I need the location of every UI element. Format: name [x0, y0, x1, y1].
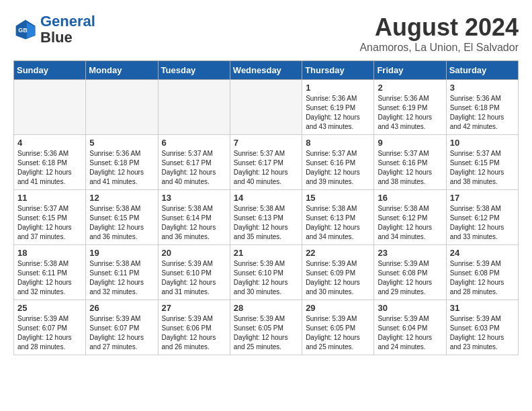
- logo-text: General Blue: [40, 13, 95, 46]
- day-number: 29: [306, 303, 370, 313]
- day-number: 13: [162, 193, 226, 203]
- day-number: 1: [306, 83, 370, 93]
- calendar-cell: 26Sunrise: 5:39 AM Sunset: 6:07 PM Dayli…: [86, 300, 158, 355]
- calendar-cell: 27Sunrise: 5:39 AM Sunset: 6:06 PM Dayli…: [158, 300, 230, 355]
- day-info: Sunrise: 5:38 AM Sunset: 6:13 PM Dayligh…: [306, 204, 370, 242]
- day-number: 7: [234, 138, 298, 148]
- day-info: Sunrise: 5:36 AM Sunset: 6:18 PM Dayligh…: [89, 149, 154, 187]
- day-info: Sunrise: 5:39 AM Sunset: 6:05 PM Dayligh…: [306, 314, 370, 352]
- calendar-cell: 16Sunrise: 5:38 AM Sunset: 6:12 PM Dayli…: [374, 190, 446, 245]
- day-number: 26: [89, 303, 154, 313]
- day-number: 6: [162, 138, 226, 148]
- calendar-cell: [14, 80, 86, 135]
- day-info: Sunrise: 5:39 AM Sunset: 6:07 PM Dayligh…: [89, 314, 154, 352]
- calendar-cell: 28Sunrise: 5:39 AM Sunset: 6:05 PM Dayli…: [230, 300, 302, 355]
- calendar-cell: 9Sunrise: 5:37 AM Sunset: 6:16 PM Daylig…: [374, 135, 446, 190]
- day-number: 2: [378, 83, 442, 93]
- day-number: 18: [17, 248, 82, 258]
- calendar-cell: 1Sunrise: 5:36 AM Sunset: 6:19 PM Daylig…: [302, 80, 374, 135]
- day-info: Sunrise: 5:39 AM Sunset: 6:07 PM Dayligh…: [17, 314, 82, 352]
- calendar-cell: 29Sunrise: 5:39 AM Sunset: 6:05 PM Dayli…: [302, 300, 374, 355]
- calendar-cell: 23Sunrise: 5:39 AM Sunset: 6:08 PM Dayli…: [374, 245, 446, 300]
- day-info: Sunrise: 5:37 AM Sunset: 6:16 PM Dayligh…: [306, 149, 370, 187]
- calendar-header: SundayMondayTuesdayWednesdayThursdayFrid…: [14, 61, 519, 80]
- day-info: Sunrise: 5:36 AM Sunset: 6:19 PM Dayligh…: [378, 94, 442, 132]
- calendar-cell: 20Sunrise: 5:39 AM Sunset: 6:10 PM Dayli…: [158, 245, 230, 300]
- day-info: Sunrise: 5:39 AM Sunset: 6:10 PM Dayligh…: [234, 259, 298, 297]
- day-info: Sunrise: 5:38 AM Sunset: 6:11 PM Dayligh…: [89, 259, 154, 297]
- calendar-cell: 31Sunrise: 5:39 AM Sunset: 6:03 PM Dayli…: [446, 300, 518, 355]
- day-number: 11: [17, 193, 82, 203]
- day-number: 25: [17, 303, 82, 313]
- day-number: 27: [162, 303, 226, 313]
- calendar-cell: 10Sunrise: 5:37 AM Sunset: 6:15 PM Dayli…: [446, 135, 518, 190]
- calendar-cell: 15Sunrise: 5:38 AM Sunset: 6:13 PM Dayli…: [302, 190, 374, 245]
- calendar-cell: 17Sunrise: 5:38 AM Sunset: 6:12 PM Dayli…: [446, 190, 518, 245]
- day-header-friday: Friday: [374, 61, 446, 80]
- calendar-cell: 22Sunrise: 5:39 AM Sunset: 6:09 PM Dayli…: [302, 245, 374, 300]
- calendar-cell: 11Sunrise: 5:37 AM Sunset: 6:15 PM Dayli…: [14, 190, 86, 245]
- title-block: August 2024 Anamoros, La Union, El Salva…: [359, 13, 519, 54]
- day-number: 9: [378, 138, 442, 148]
- calendar-cell: 25Sunrise: 5:39 AM Sunset: 6:07 PM Dayli…: [14, 300, 86, 355]
- day-number: 15: [306, 193, 370, 203]
- day-header-wednesday: Wednesday: [230, 61, 302, 80]
- day-number: 3: [450, 83, 515, 93]
- calendar-cell: 30Sunrise: 5:39 AM Sunset: 6:04 PM Dayli…: [374, 300, 446, 355]
- day-info: Sunrise: 5:39 AM Sunset: 6:05 PM Dayligh…: [234, 314, 298, 352]
- day-number: 24: [450, 248, 515, 258]
- day-info: Sunrise: 5:36 AM Sunset: 6:19 PM Dayligh…: [306, 94, 370, 132]
- calendar-cell: 19Sunrise: 5:38 AM Sunset: 6:11 PM Dayli…: [86, 245, 158, 300]
- calendar-body: 1Sunrise: 5:36 AM Sunset: 6:19 PM Daylig…: [14, 80, 519, 355]
- day-info: Sunrise: 5:37 AM Sunset: 6:16 PM Dayligh…: [378, 149, 442, 187]
- day-info: Sunrise: 5:37 AM Sunset: 6:17 PM Dayligh…: [162, 149, 226, 187]
- day-number: 4: [17, 138, 82, 148]
- page-header: GB General Blue August 2024 Anamoros, La…: [13, 13, 519, 54]
- day-header-sunday: Sunday: [14, 61, 86, 80]
- location: Anamoros, La Union, El Salvador: [359, 42, 519, 54]
- day-number: 10: [450, 138, 515, 148]
- day-number: 31: [450, 303, 515, 313]
- calendar-cell: 12Sunrise: 5:38 AM Sunset: 6:15 PM Dayli…: [86, 190, 158, 245]
- week-row-1: 1Sunrise: 5:36 AM Sunset: 6:19 PM Daylig…: [14, 80, 519, 135]
- day-number: 5: [89, 138, 154, 148]
- logo-icon: GB: [13, 17, 38, 42]
- calendar-cell: 4Sunrise: 5:36 AM Sunset: 6:18 PM Daylig…: [14, 135, 86, 190]
- day-info: Sunrise: 5:38 AM Sunset: 6:11 PM Dayligh…: [17, 259, 82, 297]
- week-row-2: 4Sunrise: 5:36 AM Sunset: 6:18 PM Daylig…: [14, 135, 519, 190]
- day-info: Sunrise: 5:39 AM Sunset: 6:03 PM Dayligh…: [450, 314, 515, 352]
- calendar-cell: [158, 80, 230, 135]
- day-info: Sunrise: 5:38 AM Sunset: 6:15 PM Dayligh…: [89, 204, 154, 242]
- calendar-cell: 2Sunrise: 5:36 AM Sunset: 6:19 PM Daylig…: [374, 80, 446, 135]
- day-info: Sunrise: 5:37 AM Sunset: 6:15 PM Dayligh…: [17, 204, 82, 242]
- day-number: 21: [234, 248, 298, 258]
- calendar-cell: 6Sunrise: 5:37 AM Sunset: 6:17 PM Daylig…: [158, 135, 230, 190]
- day-info: Sunrise: 5:39 AM Sunset: 6:09 PM Dayligh…: [306, 259, 370, 297]
- day-info: Sunrise: 5:38 AM Sunset: 6:12 PM Dayligh…: [450, 204, 515, 242]
- day-info: Sunrise: 5:39 AM Sunset: 6:08 PM Dayligh…: [450, 259, 515, 297]
- day-info: Sunrise: 5:39 AM Sunset: 6:06 PM Dayligh…: [162, 314, 226, 352]
- day-number: 23: [378, 248, 442, 258]
- calendar-cell: [86, 80, 158, 135]
- day-header-monday: Monday: [86, 61, 158, 80]
- day-info: Sunrise: 5:37 AM Sunset: 6:17 PM Dayligh…: [234, 149, 298, 187]
- calendar-cell: [230, 80, 302, 135]
- calendar-cell: 21Sunrise: 5:39 AM Sunset: 6:10 PM Dayli…: [230, 245, 302, 300]
- day-number: 22: [306, 248, 370, 258]
- day-header-tuesday: Tuesday: [158, 61, 230, 80]
- day-number: 20: [162, 248, 226, 258]
- week-row-4: 18Sunrise: 5:38 AM Sunset: 6:11 PM Dayli…: [14, 245, 519, 300]
- calendar-cell: 24Sunrise: 5:39 AM Sunset: 6:08 PM Dayli…: [446, 245, 518, 300]
- day-number: 8: [306, 138, 370, 148]
- month-year: August 2024: [359, 13, 519, 42]
- calendar-cell: 18Sunrise: 5:38 AM Sunset: 6:11 PM Dayli…: [14, 245, 86, 300]
- day-info: Sunrise: 5:36 AM Sunset: 6:18 PM Dayligh…: [17, 149, 82, 187]
- calendar-cell: 5Sunrise: 5:36 AM Sunset: 6:18 PM Daylig…: [86, 135, 158, 190]
- calendar-cell: 13Sunrise: 5:38 AM Sunset: 6:14 PM Dayli…: [158, 190, 230, 245]
- day-header-row: SundayMondayTuesdayWednesdayThursdayFrid…: [14, 61, 519, 80]
- day-info: Sunrise: 5:39 AM Sunset: 6:10 PM Dayligh…: [162, 259, 226, 297]
- calendar-cell: 3Sunrise: 5:36 AM Sunset: 6:18 PM Daylig…: [446, 80, 518, 135]
- calendar-cell: 14Sunrise: 5:38 AM Sunset: 6:13 PM Dayli…: [230, 190, 302, 245]
- calendar-cell: 8Sunrise: 5:37 AM Sunset: 6:16 PM Daylig…: [302, 135, 374, 190]
- day-number: 30: [378, 303, 442, 313]
